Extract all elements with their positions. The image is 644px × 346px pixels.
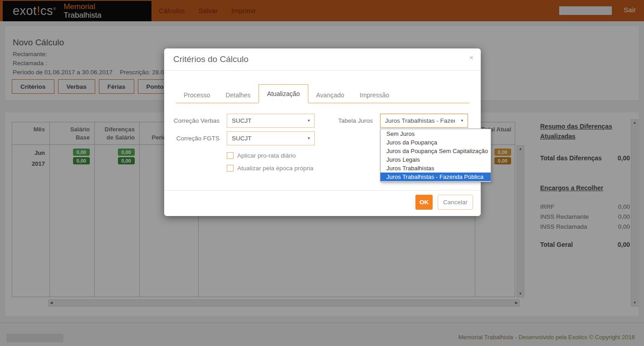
modal-footer: OK Cancelar: [164, 190, 481, 216]
cancel-button[interactable]: Cancelar: [438, 195, 473, 210]
correcao-fgts-value: SUCJT: [232, 135, 252, 142]
prorata-checkbox-label: Aplicar pro-rata diário: [237, 152, 296, 159]
tabela-juros-value: Juros Trabalhistas - Fazenda Pública: [385, 117, 455, 124]
tabela-juros-dropdown-list: Sem Juros Juros da Poupança Juros da Pou…: [380, 129, 491, 182]
epoca-checkbox[interactable]: [227, 165, 234, 172]
chevron-down-icon: ▼: [307, 136, 311, 140]
close-icon[interactable]: ×: [469, 54, 473, 62]
modal-tabs: Processo Detalhes Atualização Avançado I…: [176, 85, 469, 103]
prorata-checkbox[interactable]: [227, 152, 234, 159]
dropdown-option-sem-juros[interactable]: Sem Juros: [381, 130, 491, 138]
dropdown-option-juros-poupanca[interactable]: Juros da Poupança: [381, 138, 491, 147]
dropdown-option-juros-legais[interactable]: Juros Legais: [381, 155, 491, 164]
tab-impressao[interactable]: Impressão: [352, 87, 397, 103]
correcao-verbas-label: Correção Verbas: [171, 117, 220, 124]
chevron-down-icon: ▼: [460, 119, 464, 123]
chevron-down-icon: ▼: [307, 119, 311, 123]
epoca-checkbox-label: Atualizar pela época própria: [237, 165, 313, 172]
correcao-fgts-select[interactable]: SUCJT ▼: [227, 131, 315, 145]
tabela-juros-label: Tabela Juros: [330, 117, 373, 124]
ok-button[interactable]: OK: [415, 195, 433, 210]
correcao-verbas-value: SUCJT: [232, 117, 252, 124]
modal-header: Critérios do Cálculo ×: [164, 48, 481, 71]
epoca-checkbox-row: Atualizar pela época própria: [227, 165, 313, 172]
tab-detalhes[interactable]: Detalhes: [218, 87, 258, 103]
tab-avancado[interactable]: Avançado: [308, 87, 352, 103]
dropdown-option-juros-fazenda-publica[interactable]: Juros Trabalhistas - Fazenda Pública: [381, 173, 491, 181]
dropdown-option-juros-trabalhistas[interactable]: Juros Trabalhistas: [381, 164, 491, 173]
tab-processo[interactable]: Processo: [176, 87, 218, 103]
modal-title: Critérios do Cálculo: [173, 54, 249, 64]
prorata-checkbox-row: Aplicar pro-rata diário: [227, 152, 296, 159]
correcao-fgts-label: Correção FGTS: [171, 135, 220, 142]
tab-atualizacao[interactable]: Atualização: [259, 84, 308, 103]
dropdown-option-juros-poupanca-sem-cap[interactable]: Juros da Poupança Sem Capitalização: [381, 147, 491, 155]
correcao-verbas-select[interactable]: SUCJT ▼: [227, 114, 315, 128]
tabela-juros-select[interactable]: Juros Trabalhistas - Fazenda Pública ▼: [380, 114, 468, 128]
